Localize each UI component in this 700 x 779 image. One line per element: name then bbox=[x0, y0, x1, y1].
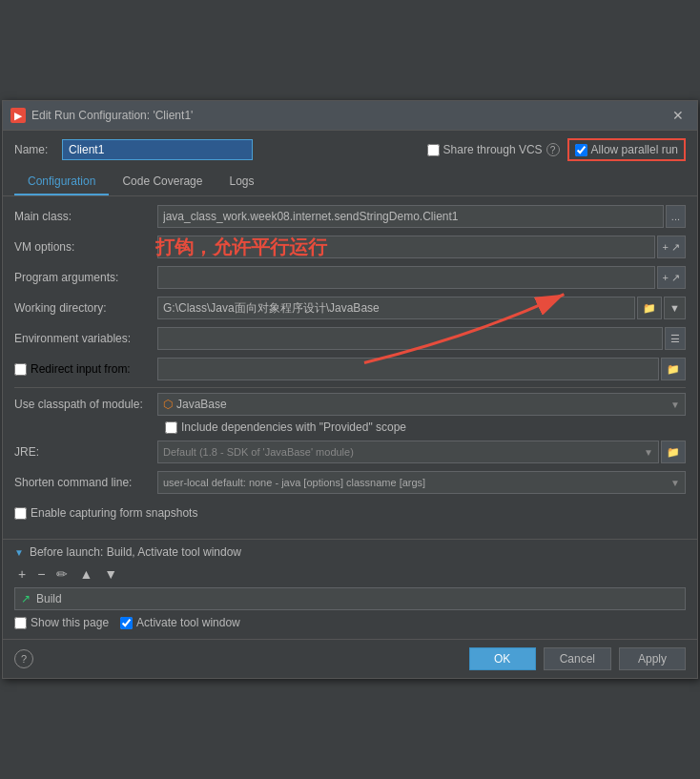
jre-browse-button[interactable]: 📁 bbox=[661, 441, 686, 463]
working-dir-row: Working directory: 📁 ▼ bbox=[14, 296, 686, 320]
env-vars-wrap: ☰ bbox=[157, 327, 686, 350]
include-deps-text: Include dependencies with "Provided" sco… bbox=[181, 420, 406, 434]
env-vars-label: Environment variables: bbox=[14, 332, 157, 345]
program-args-input[interactable] bbox=[157, 266, 655, 289]
snapshots-label-wrap: Enable capturing form snapshots bbox=[14, 506, 197, 520]
help-icon[interactable]: ? bbox=[546, 143, 560, 156]
snapshots-checkbox[interactable] bbox=[14, 507, 27, 520]
header-row: Name: Share through VCS ? Allow parallel… bbox=[3, 131, 697, 169]
dialog: ▶ Edit Run Configuration: 'Client1' ✕ Na… bbox=[2, 100, 698, 679]
redirect-label-wrap: Redirect input from: bbox=[14, 362, 157, 376]
vm-options-wrap: + ↗ bbox=[157, 236, 686, 258]
build-list: ↗ Build bbox=[14, 587, 686, 610]
dialog-title: Edit Run Configuration: 'Client1' bbox=[31, 109, 193, 122]
jre-value: Default (1.8 - SDK of 'JavaBase' module) bbox=[163, 446, 354, 458]
share-vcs-checkbox[interactable] bbox=[427, 144, 440, 156]
build-icon: ↗ bbox=[21, 592, 31, 605]
vm-options-input[interactable] bbox=[157, 236, 655, 258]
show-page-label: Show this page bbox=[31, 616, 109, 629]
name-label: Name: bbox=[14, 143, 52, 156]
content-wrapper: 打钩，允许平行运行 Main class: ... VM options: bbox=[3, 196, 697, 539]
program-args-expand-button[interactable]: + ↗ bbox=[657, 266, 686, 289]
snapshots-row: Enable capturing form snapshots bbox=[14, 501, 686, 525]
env-vars-input[interactable] bbox=[157, 327, 663, 350]
program-args-wrap: + ↗ bbox=[157, 266, 686, 289]
main-class-input-wrap: ... bbox=[157, 205, 686, 228]
shorten-cmd-label: Shorten command line: bbox=[14, 476, 157, 489]
before-launch-toolbar: + − ✏ ▲ ▼ bbox=[14, 564, 686, 584]
vm-options-row: VM options: + ↗ bbox=[14, 235, 686, 259]
working-dir-dropdown-button[interactable]: ▼ bbox=[664, 297, 686, 319]
redirect-input-wrap: 📁 bbox=[157, 358, 686, 380]
include-deps-checkbox[interactable] bbox=[165, 421, 177, 434]
build-item-label: Build bbox=[36, 592, 62, 605]
redirect-input-row: Redirect input from: 📁 bbox=[14, 357, 686, 381]
working-dir-browse-button[interactable]: 📁 bbox=[637, 297, 662, 319]
jre-dropdown[interactable]: Default (1.8 - SDK of 'JavaBase' module)… bbox=[157, 441, 659, 463]
tab-configuration[interactable]: Configuration bbox=[14, 169, 109, 195]
apply-button[interactable]: Apply bbox=[619, 647, 686, 670]
before-launch-title: Before launch: Build, Activate tool wind… bbox=[30, 545, 241, 559]
jre-label: JRE: bbox=[14, 445, 157, 459]
activate-tool-checkbox[interactable] bbox=[120, 617, 133, 629]
classpath-dropdown-arrow: ▼ bbox=[670, 400, 680, 410]
move-up-button[interactable]: ▲ bbox=[75, 564, 96, 584]
shorten-cmd-dropdown[interactable]: user-local default: none - java [options… bbox=[157, 471, 686, 494]
tabs-bar: Configuration Code Coverage Logs bbox=[3, 169, 697, 196]
tab-code-coverage[interactable]: Code Coverage bbox=[109, 169, 216, 195]
main-class-input[interactable] bbox=[157, 205, 664, 228]
footer-right: OK Cancel Apply bbox=[469, 647, 686, 670]
redirect-input-field[interactable] bbox=[157, 358, 659, 380]
redirect-browse-button[interactable]: 📁 bbox=[661, 358, 686, 380]
before-launch-toggle[interactable]: ▼ bbox=[14, 547, 24, 558]
classpath-value: JavaBase bbox=[176, 398, 227, 411]
add-button[interactable]: + bbox=[14, 564, 30, 584]
working-dir-label: Working directory: bbox=[14, 301, 157, 315]
activate-tool-wrap: Activate tool window bbox=[120, 616, 240, 629]
program-args-row: Program arguments: + ↗ bbox=[14, 265, 686, 290]
classpath-dropdown[interactable]: ⬡ JavaBase ▼ bbox=[157, 393, 686, 416]
working-dir-input[interactable] bbox=[157, 297, 635, 319]
shorten-cmd-value: user-local default: none - java [options… bbox=[163, 477, 425, 488]
ok-button[interactable]: OK bbox=[469, 647, 536, 670]
build-item: ↗ Build bbox=[21, 592, 679, 605]
parallel-run-box: Allow parallel run bbox=[567, 138, 686, 161]
show-page-checkbox[interactable] bbox=[14, 617, 27, 629]
env-vars-edit-button[interactable]: ☰ bbox=[665, 327, 686, 350]
snapshots-label: Enable capturing form snapshots bbox=[31, 506, 197, 520]
show-page-row: Show this page Activate tool window bbox=[14, 616, 686, 633]
title-bar-left: ▶ Edit Run Configuration: 'Client1' bbox=[10, 108, 193, 123]
move-down-button[interactable]: ▼ bbox=[100, 564, 121, 584]
main-class-label: Main class: bbox=[14, 210, 157, 223]
allow-parallel-label: Allow parallel run bbox=[591, 143, 678, 156]
classpath-wrap: ⬡ JavaBase ▼ bbox=[157, 393, 686, 416]
redirect-input-label: Redirect input from: bbox=[31, 362, 131, 376]
shorten-cmd-row: Shorten command line: user-local default… bbox=[14, 470, 686, 495]
shorten-cmd-arrow: ▼ bbox=[670, 478, 680, 488]
tab-logs[interactable]: Logs bbox=[216, 169, 267, 195]
module-item: ⬡ JavaBase bbox=[163, 398, 670, 411]
vm-options-expand-button[interactable]: + ↗ bbox=[657, 236, 686, 258]
working-dir-wrap: 📁 ▼ bbox=[157, 297, 686, 319]
before-launch-header: ▼ Before launch: Build, Activate tool wi… bbox=[14, 545, 686, 559]
module-icon: ⬡ bbox=[163, 398, 173, 411]
include-deps-label: Include dependencies with "Provided" sco… bbox=[165, 420, 686, 434]
allow-parallel-checkbox[interactable] bbox=[575, 144, 587, 156]
jre-wrap: Default (1.8 - SDK of 'JavaBase' module)… bbox=[157, 441, 686, 463]
env-vars-row: Environment variables: ☰ bbox=[14, 326, 686, 351]
footer-left: ? bbox=[14, 649, 33, 668]
main-class-row: Main class: ... bbox=[14, 204, 686, 229]
configuration-content: Main class: ... VM options: + ↗ Program … bbox=[3, 196, 697, 539]
before-launch-section: ▼ Before launch: Build, Activate tool wi… bbox=[3, 539, 697, 639]
close-button[interactable]: ✕ bbox=[667, 106, 690, 125]
edit-button[interactable]: ✏ bbox=[52, 564, 72, 584]
main-class-browse-button[interactable]: ... bbox=[666, 205, 686, 228]
program-args-label: Program arguments: bbox=[14, 271, 157, 284]
show-page-wrap: Show this page bbox=[14, 616, 109, 629]
cancel-button[interactable]: Cancel bbox=[544, 647, 611, 670]
help-button[interactable]: ? bbox=[14, 649, 33, 668]
classpath-row: Use classpath of module: ⬡ JavaBase ▼ bbox=[14, 392, 686, 417]
redirect-input-checkbox[interactable] bbox=[14, 363, 27, 376]
name-input[interactable] bbox=[62, 139, 253, 160]
remove-button[interactable]: − bbox=[33, 564, 49, 584]
